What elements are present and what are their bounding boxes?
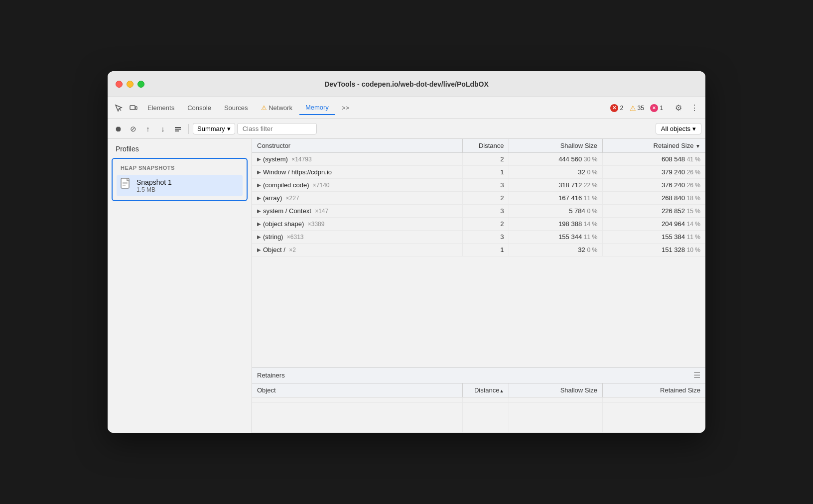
- stop-button[interactable]: ⊘: [127, 123, 139, 135]
- heap-table-container[interactable]: Constructor Distance Shallow Size Retain…: [252, 139, 705, 367]
- col-retained[interactable]: Retained Size ▼: [603, 139, 705, 153]
- device-toggle-icon[interactable]: [127, 101, 140, 115]
- window-title: DevTools - codepen.io/web-dot-dev/live/P…: [324, 80, 489, 88]
- tab-console[interactable]: Console: [181, 101, 217, 115]
- warning-icon: ⚠: [630, 104, 636, 112]
- class-filter-input[interactable]: [237, 123, 317, 134]
- count-badge: ×3389: [306, 221, 324, 228]
- constructor-name: (system): [263, 155, 288, 163]
- title-bar: DevTools - codepen.io/web-dot-dev/live/P…: [108, 71, 705, 97]
- expand-icon[interactable]: ▶: [257, 195, 261, 201]
- info-icon: ✕: [650, 104, 658, 112]
- all-objects-dropdown[interactable]: All objects ▾: [656, 123, 701, 134]
- maximize-button[interactable]: [137, 81, 144, 88]
- retainers-section: Retainers ☰ Object Distance▲ Shallow Siz…: [252, 367, 705, 433]
- table-row: ▶ Object / ×2 1 32 0 % 151 328 10 %: [252, 244, 705, 256]
- constructor-name: (string): [263, 233, 283, 241]
- heap-table: Constructor Distance Shallow Size Retain…: [252, 139, 705, 256]
- summary-dropdown[interactable]: Summary ▾: [193, 123, 235, 134]
- download-button[interactable]: ↓: [156, 123, 169, 135]
- expand-icon[interactable]: ▶: [257, 247, 261, 252]
- snapshot-name: Snapshot 1: [136, 178, 172, 186]
- ret-col-object[interactable]: Object: [252, 383, 462, 397]
- expand-icon[interactable]: ▶: [257, 169, 261, 175]
- table-header-row: Constructor Distance Shallow Size Retain…: [252, 139, 705, 153]
- tab-sources[interactable]: Sources: [218, 101, 254, 115]
- ret-col-distance[interactable]: Distance▲: [462, 383, 509, 397]
- select-element-icon[interactable]: [112, 101, 126, 115]
- col-distance[interactable]: Distance: [462, 139, 509, 153]
- retainers-header: Retainers ☰: [252, 367, 705, 383]
- constructor-name: Object /: [263, 246, 285, 253]
- col-shallow[interactable]: Shallow Size: [509, 139, 603, 153]
- svg-rect-2: [136, 107, 137, 110]
- minimize-button[interactable]: [127, 81, 134, 88]
- network-warning-icon: ⚠: [261, 104, 267, 112]
- snapshot-file-icon: [121, 178, 132, 193]
- record-button[interactable]: ⏺: [112, 123, 125, 135]
- toolbar-divider: [188, 124, 189, 134]
- expand-icon[interactable]: ▶: [257, 156, 261, 162]
- secondary-toolbar: ⏺ ⊘ ↑ ↓ Summary ▾ All objects ▾: [108, 119, 705, 139]
- constructor-name: system / Context: [263, 207, 311, 215]
- retainers-header-row: Object Distance▲ Shallow Size Retained S…: [252, 383, 705, 397]
- table-row: [252, 403, 705, 433]
- main-toolbar: Elements Console Sources ⚠ Network Memor…: [108, 97, 705, 119]
- expand-icon[interactable]: ▶: [257, 221, 261, 227]
- close-button[interactable]: [116, 81, 123, 88]
- count-badge: ×147: [313, 208, 328, 215]
- constructor-name: (compiled code): [263, 181, 309, 189]
- svg-rect-6: [121, 178, 129, 188]
- tab-elements[interactable]: Elements: [141, 101, 180, 115]
- constructor-name: Window / https://cdpn.io: [263, 168, 332, 176]
- expand-icon[interactable]: ▶: [257, 208, 261, 214]
- table-row: ▶ Window / https://cdpn.io 1 32 0 % 379 …: [252, 166, 705, 179]
- snapshot-item[interactable]: Snapshot 1 1.5 MB: [117, 175, 243, 196]
- table-row: ▶ system / Context ×147 3 5 784 0 % 226 …: [252, 205, 705, 218]
- data-panel: Constructor Distance Shallow Size Retain…: [252, 139, 705, 433]
- traffic-lights: [116, 81, 144, 88]
- snapshot-size: 1.5 MB: [136, 186, 172, 193]
- chevron-down-icon: ▾: [227, 125, 231, 132]
- expand-icon[interactable]: ▶: [257, 234, 261, 240]
- tab-memory[interactable]: Memory: [299, 101, 335, 115]
- count-badge: ×6313: [285, 234, 303, 241]
- sidebar: Profiles HEAP SNAPSHOTS Snapsh: [108, 139, 252, 433]
- retainers-table: Object Distance▲ Shallow Size Retained S…: [252, 383, 705, 433]
- table-row: ▶ (array) ×227 2 167 416 11 % 268 840 18…: [252, 192, 705, 205]
- settings-icon[interactable]: ⚙: [672, 101, 685, 115]
- count-badge: ×2: [287, 247, 296, 253]
- svg-rect-3: [175, 127, 181, 128]
- count-badge: ×7140: [311, 182, 330, 189]
- heap-table-body: ▶ (system) ×14793 2 444 560 30 % 608 548…: [252, 153, 705, 256]
- constructor-name: (object shape): [263, 220, 304, 228]
- main-content: Profiles HEAP SNAPSHOTS Snapsh: [108, 139, 705, 433]
- all-objects-chevron-icon: ▾: [692, 125, 696, 132]
- svg-rect-4: [175, 128, 181, 129]
- retainers-table-body: [252, 397, 705, 433]
- retainers-menu-icon[interactable]: ☰: [693, 371, 700, 380]
- expand-icon[interactable]: ▶: [257, 182, 261, 188]
- col-constructor[interactable]: Constructor: [252, 139, 462, 153]
- table-row: ▶ (system) ×14793 2 444 560 30 % 608 548…: [252, 153, 705, 166]
- ret-col-retained[interactable]: Retained Size: [603, 383, 705, 397]
- upload-button[interactable]: ↑: [141, 123, 154, 135]
- constructor-name: (array): [263, 194, 282, 202]
- svg-line-0: [119, 109, 121, 111]
- devtools-window: DevTools - codepen.io/web-dot-dev/live/P…: [108, 71, 705, 433]
- warning-badge: ⚠ 35: [630, 104, 644, 112]
- more-options-icon[interactable]: ⋮: [687, 101, 701, 115]
- error-badge: ✕ 2: [610, 104, 623, 112]
- count-badge: ×14793: [290, 156, 312, 163]
- table-row: ▶ (object shape) ×3389 2 198 388 14 % 20…: [252, 218, 705, 231]
- table-row: ▶ (compiled code) ×7140 3 318 712 22 % 3…: [252, 179, 705, 192]
- toolbar-right: ✕ 2 ⚠ 35 ✕ 1 ⚙ ⋮: [610, 101, 701, 115]
- svg-rect-5: [175, 130, 179, 131]
- heap-snapshots-section: HEAP SNAPSHOTS Snapshot 1 1.5 MB: [112, 158, 248, 201]
- tab-more[interactable]: >>: [336, 101, 355, 115]
- tab-network[interactable]: ⚠ Network: [255, 101, 298, 115]
- ret-col-shallow[interactable]: Shallow Size: [509, 383, 603, 397]
- clear-button[interactable]: [171, 123, 184, 135]
- error-icon: ✕: [610, 104, 618, 112]
- profiles-label: Profiles: [112, 145, 248, 158]
